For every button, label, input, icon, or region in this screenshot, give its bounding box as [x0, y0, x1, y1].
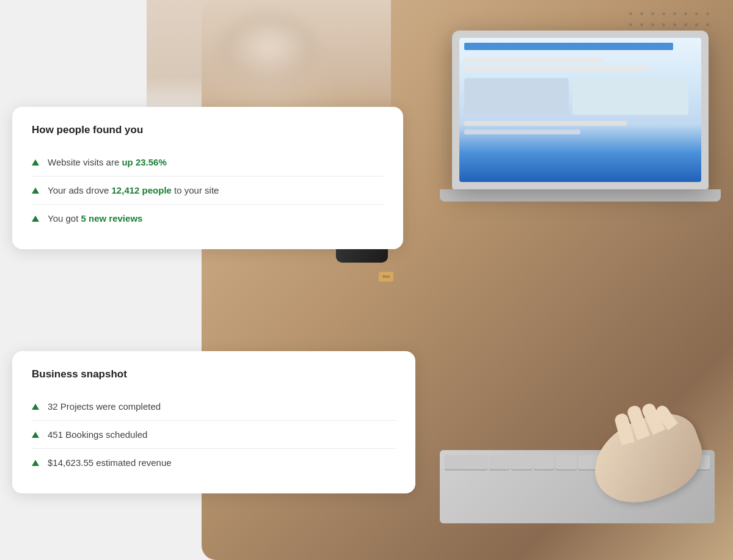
up-arrow-icon-6 — [32, 460, 39, 466]
laptop-visual — [452, 31, 709, 214]
business-snapshot-card: Business snapshot 32 Projects were compl… — [12, 351, 415, 493]
card1-item-1-highlight: up 23.56% — [122, 157, 166, 167]
card1-item-3-text: You got 5 new reviews — [48, 213, 142, 224]
scene: TAG How people found you Website visits … — [0, 0, 733, 560]
card1-item-1: Website visits are up 23.56% — [32, 148, 384, 176]
tea-tag: TAG — [379, 272, 393, 282]
card2-title: Business snapshot — [32, 368, 396, 380]
how-people-found-you-card: How people found you Website visits are … — [12, 107, 403, 249]
laptop-base — [440, 189, 721, 202]
card1-item-3-highlight: 5 new reviews — [81, 213, 143, 224]
card2-item-2: 451 Bookings scheduled — [32, 421, 396, 449]
up-arrow-icon-4 — [32, 404, 39, 410]
card2-item-1-text: 32 Projects were completed — [48, 401, 161, 412]
up-arrow-icon-5 — [32, 432, 39, 438]
up-arrow-icon-2 — [32, 187, 39, 194]
laptop-body — [452, 31, 709, 189]
card2-item-3-text: $14,623.55 estimated revenue — [48, 457, 172, 468]
card1-title: How people found you — [32, 124, 384, 136]
card1-item-1-text: Website visits are up 23.56% — [48, 157, 167, 167]
laptop-screen — [459, 38, 701, 182]
card1-item-2: Your ads drove 12,412 people to your sit… — [32, 176, 384, 205]
card1-item-2-text: Your ads drove 12,412 people to your sit… — [48, 185, 219, 195]
card1-item-2-highlight: 12,412 people — [112, 185, 172, 195]
card2-item-2-text: 451 Bookings scheduled — [48, 429, 147, 440]
up-arrow-icon-3 — [32, 216, 39, 222]
card2-item-3: $14,623.55 estimated revenue — [32, 449, 396, 476]
laptop-screen-content — [459, 38, 701, 182]
card1-item-3: You got 5 new reviews — [32, 205, 384, 232]
up-arrow-icon-1 — [32, 159, 39, 165]
card2-item-1: 32 Projects were completed — [32, 393, 396, 421]
keyboard-hand-area — [440, 413, 715, 523]
